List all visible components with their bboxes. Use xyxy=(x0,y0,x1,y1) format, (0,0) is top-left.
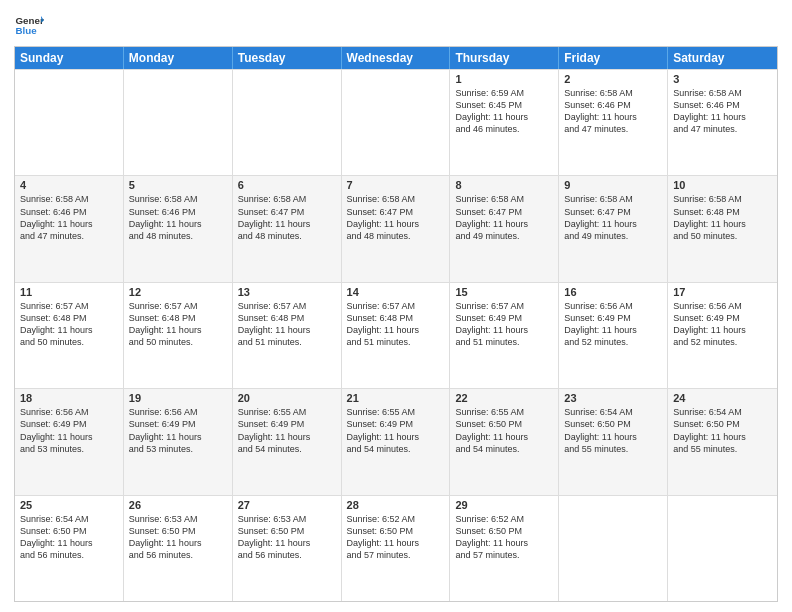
day-info: Sunrise: 6:58 AM Sunset: 6:47 PM Dayligh… xyxy=(238,193,336,242)
header-day-wednesday: Wednesday xyxy=(342,47,451,69)
calendar: SundayMondayTuesdayWednesdayThursdayFrid… xyxy=(14,46,778,602)
calendar-day-10: 10Sunrise: 6:58 AM Sunset: 6:48 PM Dayli… xyxy=(668,176,777,281)
day-number: 26 xyxy=(129,499,227,511)
calendar-day-14: 14Sunrise: 6:57 AM Sunset: 6:48 PM Dayli… xyxy=(342,283,451,388)
svg-text:General: General xyxy=(16,15,45,26)
calendar-week-1: 4Sunrise: 6:58 AM Sunset: 6:46 PM Daylig… xyxy=(15,175,777,281)
day-number: 10 xyxy=(673,179,772,191)
day-info: Sunrise: 6:58 AM Sunset: 6:46 PM Dayligh… xyxy=(129,193,227,242)
calendar-week-0: 1Sunrise: 6:59 AM Sunset: 6:45 PM Daylig… xyxy=(15,69,777,175)
day-info: Sunrise: 6:57 AM Sunset: 6:49 PM Dayligh… xyxy=(455,300,553,349)
calendar-day-16: 16Sunrise: 6:56 AM Sunset: 6:49 PM Dayli… xyxy=(559,283,668,388)
day-number: 28 xyxy=(347,499,445,511)
calendar-day-27: 27Sunrise: 6:53 AM Sunset: 6:50 PM Dayli… xyxy=(233,496,342,601)
calendar-day-25: 25Sunrise: 6:54 AM Sunset: 6:50 PM Dayli… xyxy=(15,496,124,601)
day-number: 21 xyxy=(347,392,445,404)
calendar-day-empty xyxy=(559,496,668,601)
day-info: Sunrise: 6:57 AM Sunset: 6:48 PM Dayligh… xyxy=(347,300,445,349)
calendar-day-1: 1Sunrise: 6:59 AM Sunset: 6:45 PM Daylig… xyxy=(450,70,559,175)
day-info: Sunrise: 6:57 AM Sunset: 6:48 PM Dayligh… xyxy=(129,300,227,349)
calendar-day-21: 21Sunrise: 6:55 AM Sunset: 6:49 PM Dayli… xyxy=(342,389,451,494)
day-number: 18 xyxy=(20,392,118,404)
calendar-day-7: 7Sunrise: 6:58 AM Sunset: 6:47 PM Daylig… xyxy=(342,176,451,281)
day-info: Sunrise: 6:52 AM Sunset: 6:50 PM Dayligh… xyxy=(455,513,553,562)
calendar-day-12: 12Sunrise: 6:57 AM Sunset: 6:48 PM Dayli… xyxy=(124,283,233,388)
calendar-day-15: 15Sunrise: 6:57 AM Sunset: 6:49 PM Dayli… xyxy=(450,283,559,388)
header: General Blue xyxy=(14,10,778,40)
day-number: 23 xyxy=(564,392,662,404)
day-info: Sunrise: 6:59 AM Sunset: 6:45 PM Dayligh… xyxy=(455,87,553,136)
day-number: 20 xyxy=(238,392,336,404)
calendar-day-4: 4Sunrise: 6:58 AM Sunset: 6:46 PM Daylig… xyxy=(15,176,124,281)
day-info: Sunrise: 6:56 AM Sunset: 6:49 PM Dayligh… xyxy=(129,406,227,455)
calendar-week-3: 18Sunrise: 6:56 AM Sunset: 6:49 PM Dayli… xyxy=(15,388,777,494)
day-number: 6 xyxy=(238,179,336,191)
page: General Blue SundayMondayTuesdayWednesda… xyxy=(0,0,792,612)
day-info: Sunrise: 6:58 AM Sunset: 6:48 PM Dayligh… xyxy=(673,193,772,242)
day-info: Sunrise: 6:58 AM Sunset: 6:46 PM Dayligh… xyxy=(20,193,118,242)
day-info: Sunrise: 6:54 AM Sunset: 6:50 PM Dayligh… xyxy=(20,513,118,562)
day-number: 15 xyxy=(455,286,553,298)
calendar-day-11: 11Sunrise: 6:57 AM Sunset: 6:48 PM Dayli… xyxy=(15,283,124,388)
calendar-week-2: 11Sunrise: 6:57 AM Sunset: 6:48 PM Dayli… xyxy=(15,282,777,388)
calendar-day-9: 9Sunrise: 6:58 AM Sunset: 6:47 PM Daylig… xyxy=(559,176,668,281)
day-info: Sunrise: 6:54 AM Sunset: 6:50 PM Dayligh… xyxy=(673,406,772,455)
header-day-tuesday: Tuesday xyxy=(233,47,342,69)
calendar-day-24: 24Sunrise: 6:54 AM Sunset: 6:50 PM Dayli… xyxy=(668,389,777,494)
svg-text:Blue: Blue xyxy=(16,25,38,36)
header-day-sunday: Sunday xyxy=(15,47,124,69)
calendar-day-2: 2Sunrise: 6:58 AM Sunset: 6:46 PM Daylig… xyxy=(559,70,668,175)
day-number: 12 xyxy=(129,286,227,298)
day-number: 13 xyxy=(238,286,336,298)
calendar-day-empty xyxy=(15,70,124,175)
day-number: 27 xyxy=(238,499,336,511)
day-number: 4 xyxy=(20,179,118,191)
calendar-day-8: 8Sunrise: 6:58 AM Sunset: 6:47 PM Daylig… xyxy=(450,176,559,281)
day-number: 29 xyxy=(455,499,553,511)
calendar-day-3: 3Sunrise: 6:58 AM Sunset: 6:46 PM Daylig… xyxy=(668,70,777,175)
calendar-day-20: 20Sunrise: 6:55 AM Sunset: 6:49 PM Dayli… xyxy=(233,389,342,494)
day-number: 19 xyxy=(129,392,227,404)
logo: General Blue xyxy=(14,10,44,40)
day-info: Sunrise: 6:55 AM Sunset: 6:50 PM Dayligh… xyxy=(455,406,553,455)
day-info: Sunrise: 6:55 AM Sunset: 6:49 PM Dayligh… xyxy=(347,406,445,455)
calendar-day-6: 6Sunrise: 6:58 AM Sunset: 6:47 PM Daylig… xyxy=(233,176,342,281)
day-number: 5 xyxy=(129,179,227,191)
header-day-saturday: Saturday xyxy=(668,47,777,69)
day-info: Sunrise: 6:58 AM Sunset: 6:46 PM Dayligh… xyxy=(673,87,772,136)
calendar-day-empty xyxy=(342,70,451,175)
day-number: 22 xyxy=(455,392,553,404)
day-number: 9 xyxy=(564,179,662,191)
calendar-day-28: 28Sunrise: 6:52 AM Sunset: 6:50 PM Dayli… xyxy=(342,496,451,601)
day-info: Sunrise: 6:56 AM Sunset: 6:49 PM Dayligh… xyxy=(673,300,772,349)
calendar-day-18: 18Sunrise: 6:56 AM Sunset: 6:49 PM Dayli… xyxy=(15,389,124,494)
calendar-day-5: 5Sunrise: 6:58 AM Sunset: 6:46 PM Daylig… xyxy=(124,176,233,281)
day-info: Sunrise: 6:58 AM Sunset: 6:47 PM Dayligh… xyxy=(564,193,662,242)
day-number: 11 xyxy=(20,286,118,298)
calendar-day-empty xyxy=(233,70,342,175)
day-info: Sunrise: 6:53 AM Sunset: 6:50 PM Dayligh… xyxy=(129,513,227,562)
header-day-monday: Monday xyxy=(124,47,233,69)
logo-icon: General Blue xyxy=(14,10,44,40)
day-number: 16 xyxy=(564,286,662,298)
day-number: 2 xyxy=(564,73,662,85)
calendar-day-13: 13Sunrise: 6:57 AM Sunset: 6:48 PM Dayli… xyxy=(233,283,342,388)
day-number: 7 xyxy=(347,179,445,191)
day-number: 24 xyxy=(673,392,772,404)
calendar-week-4: 25Sunrise: 6:54 AM Sunset: 6:50 PM Dayli… xyxy=(15,495,777,601)
day-info: Sunrise: 6:58 AM Sunset: 6:46 PM Dayligh… xyxy=(564,87,662,136)
calendar-day-empty xyxy=(124,70,233,175)
day-info: Sunrise: 6:56 AM Sunset: 6:49 PM Dayligh… xyxy=(20,406,118,455)
day-info: Sunrise: 6:57 AM Sunset: 6:48 PM Dayligh… xyxy=(20,300,118,349)
calendar-day-19: 19Sunrise: 6:56 AM Sunset: 6:49 PM Dayli… xyxy=(124,389,233,494)
day-info: Sunrise: 6:58 AM Sunset: 6:47 PM Dayligh… xyxy=(347,193,445,242)
calendar-day-23: 23Sunrise: 6:54 AM Sunset: 6:50 PM Dayli… xyxy=(559,389,668,494)
day-info: Sunrise: 6:54 AM Sunset: 6:50 PM Dayligh… xyxy=(564,406,662,455)
day-number: 14 xyxy=(347,286,445,298)
header-day-thursday: Thursday xyxy=(450,47,559,69)
day-info: Sunrise: 6:56 AM Sunset: 6:49 PM Dayligh… xyxy=(564,300,662,349)
calendar-day-26: 26Sunrise: 6:53 AM Sunset: 6:50 PM Dayli… xyxy=(124,496,233,601)
day-number: 8 xyxy=(455,179,553,191)
calendar-body: 1Sunrise: 6:59 AM Sunset: 6:45 PM Daylig… xyxy=(15,69,777,601)
day-info: Sunrise: 6:53 AM Sunset: 6:50 PM Dayligh… xyxy=(238,513,336,562)
